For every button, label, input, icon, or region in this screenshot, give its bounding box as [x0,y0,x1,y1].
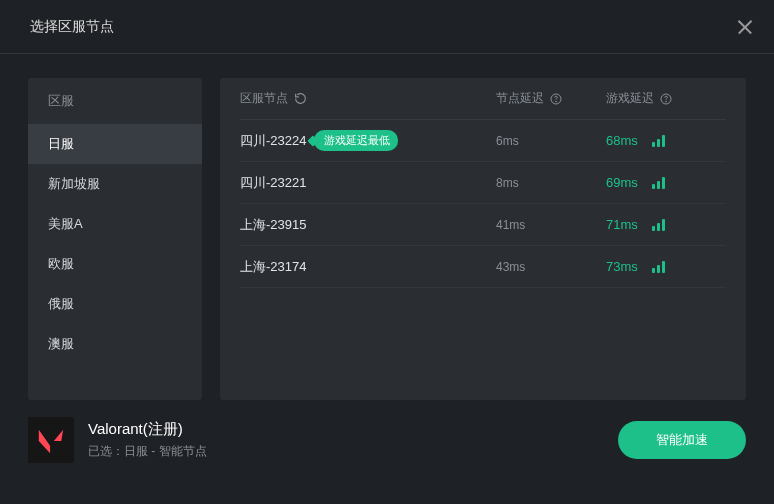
signal-bars-icon [652,261,665,273]
signal-bars-icon [652,177,665,189]
game-latency-cell: 69ms [606,175,726,190]
game-latency-cell: 71ms [606,217,726,232]
help-icon[interactable] [550,93,562,105]
nodes-head: 区服节点 节点延迟 游戏延迟 [240,78,726,120]
dialog-footer: Valorant(注册) 已选：日服 - 智能节点 智能加速 [0,400,774,480]
signal-bars-icon [652,135,665,147]
node-row[interactable]: 上海-2317443ms73ms [240,246,726,288]
node-name-cell: 上海-23174 [240,258,496,276]
col-head-node-latency-label: 节点延迟 [496,90,544,107]
sidebar-item-label: 欧服 [48,255,74,273]
node-row[interactable]: 四川-232218ms69ms [240,162,726,204]
game-title: Valorant(注册) [88,420,604,439]
node-name-cell: 四川-23221 [240,174,496,192]
col-head-game-latency: 游戏延迟 [606,90,726,107]
svg-point-1 [556,101,557,102]
sidebar-item-label: 新加坡服 [48,175,100,193]
help-icon[interactable] [660,93,672,105]
col-head-node-label: 区服节点 [240,90,288,107]
game-latency-value: 71ms [606,217,638,232]
nodes-body: 四川-23224游戏延迟最低6ms68ms四川-232218ms69ms上海-2… [240,120,726,288]
game-latency-cell: 68ms [606,133,726,148]
sidebar-item-region[interactable]: 日服 [28,124,202,164]
node-row[interactable]: 上海-2391541ms71ms [240,204,726,246]
node-latency-cell: 41ms [496,218,606,232]
sidebar-item-region[interactable]: 欧服 [28,244,202,284]
refresh-icon[interactable] [294,92,307,105]
dialog-body: 区服 中服日服新加坡服美服A欧服俄服澳服 区服节点 节点延迟 [0,54,774,400]
game-icon [28,417,74,463]
lowest-latency-badge: 游戏延迟最低 [314,130,398,151]
dialog-header: 选择区服节点 [0,0,774,54]
col-head-node-latency: 节点延迟 [496,90,606,107]
col-head-game-latency-label: 游戏延迟 [606,90,654,107]
sidebar-item-region[interactable]: 俄服 [28,284,202,324]
node-name-label: 上海-23174 [240,258,306,276]
game-latency-value: 68ms [606,133,638,148]
close-icon[interactable] [738,20,752,34]
node-name-cell: 四川-23224游戏延迟最低 [240,130,496,151]
node-name-label: 上海-23915 [240,216,306,234]
game-info: Valorant(注册) 已选：日服 - 智能节点 [88,420,604,460]
sidebar-item-label: 美服A [48,215,83,233]
node-latency-cell: 8ms [496,176,606,190]
game-latency-cell: 73ms [606,259,726,274]
sidebar-item-label: 日服 [48,135,74,153]
region-list: 中服日服新加坡服美服A欧服俄服澳服 [28,120,202,400]
nodes-panel: 区服节点 节点延迟 游戏延迟 [220,78,746,400]
region-sidebar: 区服 中服日服新加坡服美服A欧服俄服澳服 [28,78,202,400]
sidebar-item-region[interactable]: 美服A [28,204,202,244]
sidebar-item-label: 俄服 [48,295,74,313]
game-latency-value: 73ms [606,259,638,274]
node-row[interactable]: 四川-23224游戏延迟最低6ms68ms [240,120,726,162]
node-latency-cell: 6ms [496,134,606,148]
accelerate-button[interactable]: 智能加速 [618,421,746,459]
node-name-label: 四川-23224 [240,132,306,150]
node-name-label: 四川-23221 [240,174,306,192]
node-name-cell: 上海-23915 [240,216,496,234]
dialog-title: 选择区服节点 [30,18,114,36]
game-latency-value: 69ms [606,175,638,190]
region-sidebar-title: 区服 [28,78,202,120]
svg-point-3 [666,101,667,102]
game-subtitle: 已选：日服 - 智能节点 [88,443,604,460]
sidebar-item-region[interactable]: 澳服 [28,324,202,364]
col-head-node: 区服节点 [240,90,496,107]
sidebar-item-label: 澳服 [48,335,74,353]
sidebar-item-region[interactable]: 新加坡服 [28,164,202,204]
signal-bars-icon [652,219,665,231]
node-latency-cell: 43ms [496,260,606,274]
